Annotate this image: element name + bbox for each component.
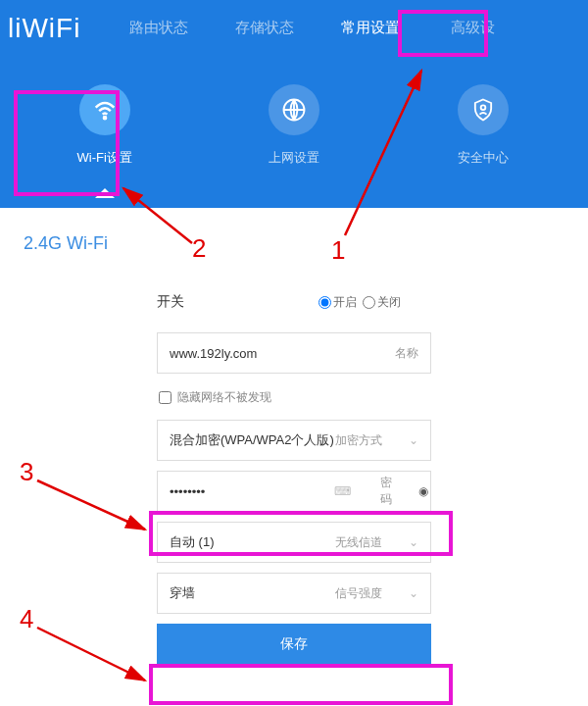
ssid-input[interactable] — [170, 346, 395, 361]
radio-off[interactable]: 关闭 — [363, 294, 401, 311]
ssid-field[interactable]: 名称 — [157, 332, 431, 374]
nav-storage-status[interactable]: 存储状态 — [212, 0, 318, 55]
chevron-down-icon: ⌄ — [409, 586, 418, 600]
hide-ssid-label: 隐藏网络不被发现 — [177, 389, 271, 406]
save-button[interactable]: 保存 — [157, 624, 431, 665]
subtab-security-label: 安全中心 — [458, 149, 509, 167]
encryption-field[interactable]: 加密方式 ⌄ — [157, 420, 431, 461]
encryption-suffix: 加密方式 — [335, 432, 382, 449]
section-title: 2.4G Wi-Fi — [24, 233, 568, 254]
subtab-wifi-label: Wi-Fi设置 — [76, 149, 131, 167]
eye-icon[interactable]: ◉ — [418, 484, 428, 498]
subtab-internet[interactable]: 上网设置 — [235, 84, 353, 167]
subtab-security[interactable]: 安全中心 — [424, 84, 542, 167]
password-input[interactable] — [170, 484, 334, 499]
chevron-down-icon: ⌄ — [409, 433, 418, 447]
logo: liWiFi — [8, 11, 106, 44]
top-nav: 路由状态 存储状态 常用设置 高级设 — [106, 0, 588, 55]
strength-suffix: 信号强度 — [335, 585, 382, 602]
globe-icon — [269, 84, 319, 135]
password-suffix: 密码 — [380, 475, 392, 508]
nav-router-status[interactable]: 路由状态 — [106, 0, 212, 55]
strength-value[interactable] — [170, 586, 335, 601]
channel-field[interactable]: 无线信道 ⌄ — [157, 522, 431, 563]
password-field[interactable]: ⌨ 密码 ◉ — [157, 471, 431, 512]
annotation-box — [149, 664, 453, 705]
radio-on[interactable]: 开启 — [318, 294, 357, 311]
svg-point-2 — [481, 105, 486, 110]
hide-ssid-checkbox[interactable] — [159, 391, 172, 404]
nav-advanced[interactable]: 高级设 — [423, 0, 521, 55]
sub-tabs: Wi-Fi设置 上网设置 安全中心 — [0, 55, 588, 167]
channel-suffix: 无线信道 — [335, 534, 382, 551]
strength-field[interactable]: 信号强度 ⌄ — [157, 573, 431, 614]
shield-icon — [458, 84, 509, 135]
channel-value[interactable] — [170, 535, 335, 550]
subtab-wifi[interactable]: Wi-Fi设置 — [46, 84, 164, 167]
wifi-form: 开关 开启 关闭 名称 隐藏网络不被发现 加密方式 ⌄ ⌨ 密码 — [20, 293, 568, 665]
svg-point-0 — [103, 117, 105, 119]
encryption-value[interactable] — [170, 433, 335, 448]
wifi-icon — [79, 84, 130, 135]
ssid-suffix: 名称 — [395, 345, 418, 362]
subtab-internet-label: 上网设置 — [269, 149, 319, 167]
chevron-down-icon: ⌄ — [409, 535, 418, 549]
keyboard-icon[interactable]: ⌨ — [334, 484, 351, 498]
nav-common-settings[interactable]: 常用设置 — [318, 0, 423, 55]
switch-label: 开关 — [157, 293, 318, 311]
